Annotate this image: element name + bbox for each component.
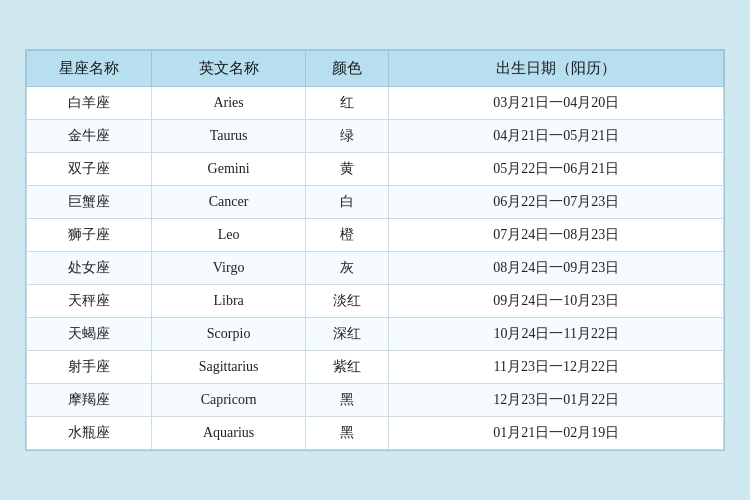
table-row: 天蝎座Scorpio深红10月24日一11月22日 xyxy=(27,318,724,351)
cell-color: 紫红 xyxy=(305,351,389,384)
cell-color: 深红 xyxy=(305,318,389,351)
cell-english: Capricorn xyxy=(152,384,305,417)
zodiac-table-container: 星座名称 英文名称 颜色 出生日期（阳历） 白羊座Aries红03月21日一04… xyxy=(25,49,725,451)
cell-color: 黑 xyxy=(305,417,389,450)
cell-chinese: 天秤座 xyxy=(27,285,152,318)
table-row: 摩羯座Capricorn黑12月23日一01月22日 xyxy=(27,384,724,417)
cell-color: 绿 xyxy=(305,120,389,153)
header-chinese: 星座名称 xyxy=(27,51,152,87)
table-row: 白羊座Aries红03月21日一04月20日 xyxy=(27,87,724,120)
cell-english: Sagittarius xyxy=(152,351,305,384)
header-english: 英文名称 xyxy=(152,51,305,87)
cell-chinese: 白羊座 xyxy=(27,87,152,120)
cell-color: 红 xyxy=(305,87,389,120)
cell-date: 07月24日一08月23日 xyxy=(389,219,724,252)
cell-english: Taurus xyxy=(152,120,305,153)
cell-date: 09月24日一10月23日 xyxy=(389,285,724,318)
cell-english: Libra xyxy=(152,285,305,318)
cell-english: Cancer xyxy=(152,186,305,219)
cell-color: 灰 xyxy=(305,252,389,285)
cell-date: 08月24日一09月23日 xyxy=(389,252,724,285)
cell-chinese: 水瓶座 xyxy=(27,417,152,450)
cell-english: Leo xyxy=(152,219,305,252)
table-header-row: 星座名称 英文名称 颜色 出生日期（阳历） xyxy=(27,51,724,87)
cell-color: 白 xyxy=(305,186,389,219)
table-row: 处女座Virgo灰08月24日一09月23日 xyxy=(27,252,724,285)
cell-english: Virgo xyxy=(152,252,305,285)
cell-chinese: 处女座 xyxy=(27,252,152,285)
table-row: 天秤座Libra淡红09月24日一10月23日 xyxy=(27,285,724,318)
cell-color: 橙 xyxy=(305,219,389,252)
table-row: 金牛座Taurus绿04月21日一05月21日 xyxy=(27,120,724,153)
cell-color: 黄 xyxy=(305,153,389,186)
table-row: 狮子座Leo橙07月24日一08月23日 xyxy=(27,219,724,252)
cell-date: 06月22日一07月23日 xyxy=(389,186,724,219)
cell-english: Aquarius xyxy=(152,417,305,450)
cell-english: Scorpio xyxy=(152,318,305,351)
cell-chinese: 射手座 xyxy=(27,351,152,384)
cell-chinese: 狮子座 xyxy=(27,219,152,252)
cell-english: Aries xyxy=(152,87,305,120)
cell-color: 黑 xyxy=(305,384,389,417)
cell-english: Gemini xyxy=(152,153,305,186)
cell-color: 淡红 xyxy=(305,285,389,318)
cell-date: 11月23日一12月22日 xyxy=(389,351,724,384)
cell-chinese: 天蝎座 xyxy=(27,318,152,351)
cell-date: 10月24日一11月22日 xyxy=(389,318,724,351)
header-date: 出生日期（阳历） xyxy=(389,51,724,87)
cell-chinese: 摩羯座 xyxy=(27,384,152,417)
header-color: 颜色 xyxy=(305,51,389,87)
cell-date: 12月23日一01月22日 xyxy=(389,384,724,417)
zodiac-table: 星座名称 英文名称 颜色 出生日期（阳历） 白羊座Aries红03月21日一04… xyxy=(26,50,724,450)
table-row: 巨蟹座Cancer白06月22日一07月23日 xyxy=(27,186,724,219)
cell-date: 03月21日一04月20日 xyxy=(389,87,724,120)
cell-date: 05月22日一06月21日 xyxy=(389,153,724,186)
table-row: 水瓶座Aquarius黑01月21日一02月19日 xyxy=(27,417,724,450)
cell-date: 04月21日一05月21日 xyxy=(389,120,724,153)
cell-date: 01月21日一02月19日 xyxy=(389,417,724,450)
table-row: 射手座Sagittarius紫红11月23日一12月22日 xyxy=(27,351,724,384)
cell-chinese: 双子座 xyxy=(27,153,152,186)
cell-chinese: 金牛座 xyxy=(27,120,152,153)
table-row: 双子座Gemini黄05月22日一06月21日 xyxy=(27,153,724,186)
cell-chinese: 巨蟹座 xyxy=(27,186,152,219)
